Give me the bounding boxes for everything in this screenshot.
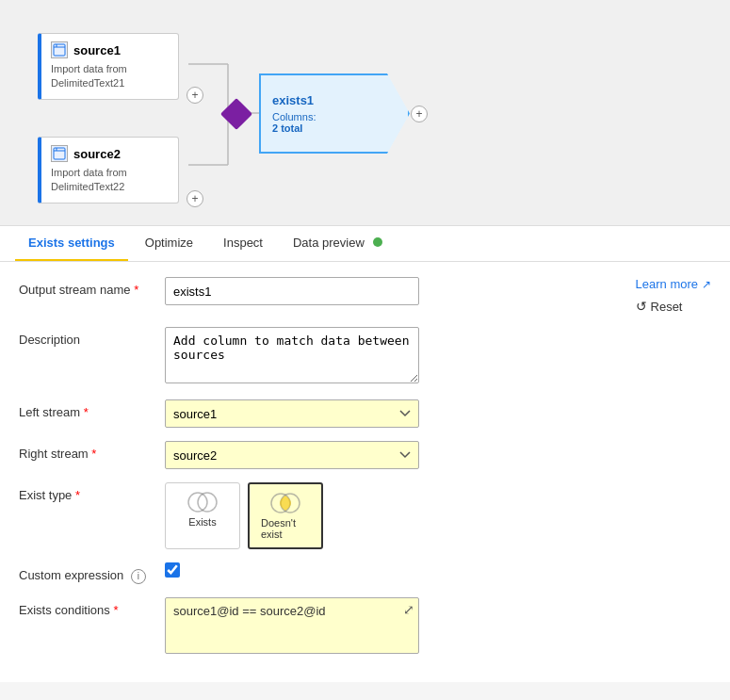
source2-subtitle: Import data from DelimitedText22 xyxy=(51,166,169,195)
required-star-2: * xyxy=(84,405,89,419)
doesnt-exist-type-label: Doesn't exist xyxy=(261,517,310,540)
tabs-bar: Exists settings Optimize Inspect Data pr… xyxy=(0,226,730,262)
svg-rect-7 xyxy=(54,148,65,159)
exists-conditions-box[interactable]: source1@id == source2@id ⤢ xyxy=(165,597,419,654)
source2-icon xyxy=(51,145,68,162)
right-stream-control: source2 xyxy=(165,441,711,469)
output-stream-name-input[interactable] xyxy=(165,277,419,305)
custom-expression-control xyxy=(165,562,711,578)
exists1-columns-value: 2 total xyxy=(272,122,389,134)
merge-diamond-wrap xyxy=(222,100,251,128)
external-link-icon: ↗ xyxy=(702,278,711,291)
tab-exists-settings[interactable]: Exists settings xyxy=(15,226,128,261)
description-control: Add column to match data between sources xyxy=(165,327,711,386)
custom-expression-checkbox[interactable] xyxy=(165,562,180,578)
tab-optimize[interactable]: Optimize xyxy=(132,226,206,261)
data-preview-dot xyxy=(373,237,382,247)
exist-type-control: Exists Doesn't exist xyxy=(165,482,711,549)
source1-icon xyxy=(51,41,68,58)
exists1-columns-label: Columns: xyxy=(272,111,389,122)
right-stream-row: Right stream * source2 xyxy=(19,441,711,469)
description-label: Description xyxy=(19,327,165,347)
output-stream-name-control xyxy=(165,277,621,305)
source1-title: source1 xyxy=(73,43,121,57)
svg-rect-4 xyxy=(54,44,65,56)
left-stream-select[interactable]: source1 xyxy=(165,399,419,428)
exists1-plus[interactable]: + xyxy=(411,106,428,122)
left-stream-row: Left stream * source1 xyxy=(19,399,711,428)
source2-node[interactable]: source2 Import data from DelimitedText22 xyxy=(38,137,179,203)
custom-expression-checkbox-wrap xyxy=(165,562,711,578)
source2-title: source2 xyxy=(73,147,121,161)
source1-header: source1 xyxy=(51,41,121,58)
expand-icon[interactable]: ⤢ xyxy=(403,602,414,617)
side-actions: Learn more ↗ ↺ Reset xyxy=(636,277,711,314)
required-star-5: * xyxy=(113,603,118,617)
required-star-3: * xyxy=(91,447,96,461)
exists1-node[interactable]: exists1 Columns: 2 total xyxy=(259,73,410,154)
exist-type-row: Exist type * Exists xyxy=(19,482,711,549)
left-stream-control: source1 xyxy=(165,399,711,428)
output-stream-name-label: Output stream name * xyxy=(19,277,165,297)
canvas-area: source1 Import data from DelimitedText21… xyxy=(0,0,730,226)
source2-header: source2 xyxy=(51,145,121,162)
custom-expression-info-icon[interactable]: i xyxy=(131,569,146,584)
exists-conditions-label: Exists conditions * xyxy=(19,597,165,617)
exists-circles-icon xyxy=(186,491,219,516)
settings-panel: Exists settings Optimize Inspect Data pr… xyxy=(0,226,730,682)
right-stream-select[interactable]: source2 xyxy=(165,441,419,469)
left-stream-label: Left stream * xyxy=(19,399,165,419)
source1-node[interactable]: source1 Import data from DelimitedText21 xyxy=(38,33,179,100)
output-stream-name-row: Output stream name * Learn more ↗ ↺ Rese… xyxy=(19,277,711,314)
required-star-4: * xyxy=(75,488,80,502)
exists-type-btn[interactable]: Exists xyxy=(165,482,240,549)
custom-expression-row: Custom expression i xyxy=(19,562,711,584)
right-stream-label: Right stream * xyxy=(19,441,165,461)
doesnt-exist-type-btn[interactable]: Doesn't exist xyxy=(248,482,323,549)
description-textarea[interactable]: Add column to match data between sources xyxy=(165,327,419,383)
doesnt-exist-circles-icon xyxy=(268,492,302,517)
form-area: Output stream name * Learn more ↗ ↺ Rese… xyxy=(0,262,730,682)
merge-diamond xyxy=(220,98,252,130)
learn-more-link[interactable]: Learn more ↗ xyxy=(636,277,711,291)
exist-type-label: Exist type * xyxy=(19,482,165,502)
exists-conditions-value: source1@id == source2@id xyxy=(173,604,411,618)
tab-inspect[interactable]: Inspect xyxy=(210,226,276,261)
source1-plus[interactable]: + xyxy=(187,87,203,104)
source2-plus[interactable]: + xyxy=(187,190,203,207)
exists-conditions-control: source1@id == source2@id ⤢ xyxy=(165,597,711,654)
exists1-title: exists1 xyxy=(272,93,389,107)
reset-button[interactable]: ↺ Reset xyxy=(636,299,711,314)
reset-icon: ↺ xyxy=(636,299,647,314)
exists-type-label: Exists xyxy=(188,516,216,528)
exist-type-buttons: Exists Doesn't exist xyxy=(165,482,711,549)
required-star-1: * xyxy=(134,283,138,297)
source1-subtitle: Import data from DelimitedText21 xyxy=(51,62,169,91)
tab-data-preview[interactable]: Data preview xyxy=(280,226,397,261)
description-row: Description Add column to match data bet… xyxy=(19,327,711,386)
custom-expression-label: Custom expression i xyxy=(19,562,165,584)
exists-conditions-row: Exists conditions * source1@id == source… xyxy=(19,597,711,654)
